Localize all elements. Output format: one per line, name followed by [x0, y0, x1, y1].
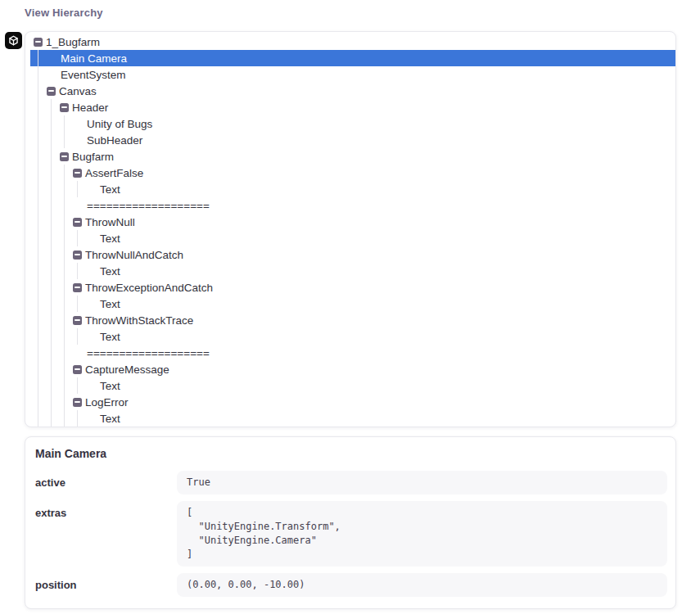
indent-guide	[60, 263, 73, 279]
indent-guide	[73, 296, 86, 312]
indent-guide	[34, 263, 47, 279]
tree-node-label: ThrowWithStackTrace	[85, 314, 193, 327]
indent-guide	[34, 197, 47, 214]
indent-guide	[47, 246, 60, 263]
indent-guide	[34, 377, 47, 394]
tree-node-row[interactable]: Text	[30, 377, 675, 394]
indent-guide	[34, 230, 47, 246]
indent-guide	[34, 181, 47, 197]
tree-node-row[interactable]: Bugfarm	[30, 148, 675, 165]
tree-node-row[interactable]: Text	[30, 296, 675, 312]
collapse-icon[interactable]	[73, 398, 82, 407]
tree-node-row[interactable]: Header	[30, 99, 675, 115]
collapse-icon[interactable]	[60, 103, 69, 112]
indent-guide	[60, 410, 73, 427]
indent-guide	[60, 214, 73, 230]
indent-guide	[47, 410, 60, 427]
indent-guide	[34, 165, 47, 181]
details-title: Main Camera	[34, 447, 667, 460]
tree-node-row[interactable]: ThrowNullAndCatch	[30, 246, 675, 263]
tree-node-label: Text	[100, 380, 120, 392]
indent-guide	[60, 197, 73, 214]
indent-guide	[47, 312, 60, 328]
indent-guide	[34, 394, 47, 410]
tree-node-row[interactable]: ThrowExceptionAndCatch	[30, 279, 675, 296]
indent-guide	[60, 394, 73, 410]
indent-guide	[34, 361, 47, 377]
tree-node-label: ThrowExceptionAndCatch	[85, 282, 213, 294]
indent-guide	[47, 394, 60, 410]
collapse-icon[interactable]	[34, 38, 43, 47]
indent-guide	[73, 230, 86, 246]
indent-guide	[47, 361, 60, 377]
tree-node-label: ===================	[87, 200, 210, 212]
indent-guide	[34, 214, 47, 230]
tree-node-label: Text	[100, 183, 120, 196]
tree-node-row[interactable]: Text	[30, 263, 675, 279]
property-value: True	[177, 471, 667, 494]
indent-guide	[34, 50, 47, 66]
property-key: position	[34, 573, 177, 591]
indent-guide	[73, 181, 86, 197]
page: View Hierarchy 1_Bugfarm Main Camera Eve…	[0, 0, 700, 614]
details-panel: Main Camera active True extras [ "UnityE…	[25, 436, 676, 609]
tree-node-label: SubHeader	[87, 134, 142, 147]
property-key: extras	[34, 501, 177, 519]
collapse-icon[interactable]	[73, 283, 82, 292]
tree-node-label: LogError	[85, 396, 129, 409]
tree-node-row[interactable]: Unity of Bugs	[30, 115, 675, 132]
tree-node-row[interactable]: SubHeader	[30, 132, 675, 148]
indent-guide	[60, 132, 73, 148]
indent-guide	[34, 246, 47, 263]
collapse-icon[interactable]	[60, 152, 69, 161]
tree-node-row[interactable]: Text	[30, 328, 675, 345]
indent-guide	[47, 296, 60, 312]
indent-guide	[34, 148, 47, 165]
property-row: active True	[34, 471, 667, 494]
tree-node-label: CaptureMessage	[85, 363, 169, 376]
tree-node-label: Header	[72, 102, 108, 114]
indent-guide	[60, 328, 73, 345]
indent-guide	[34, 328, 47, 345]
collapse-icon[interactable]	[73, 365, 82, 374]
tree-node-row[interactable]: ThrowWithStackTrace	[30, 312, 675, 328]
collapse-icon[interactable]	[73, 316, 82, 325]
tree-node-row[interactable]: Text	[30, 230, 675, 246]
tree-node-row[interactable]: Text	[30, 181, 675, 197]
indent-guide	[60, 279, 73, 296]
collapse-icon[interactable]	[73, 251, 82, 260]
tree-node-row[interactable]: ThrowNull	[30, 214, 675, 230]
tree-node-row[interactable]: ===================	[30, 197, 675, 214]
indent-guide	[73, 263, 86, 279]
collapse-icon[interactable]	[73, 218, 82, 227]
tree-node-row[interactable]: CaptureMessage	[30, 361, 675, 377]
tree-node-row[interactable]: Text	[30, 410, 675, 427]
tree-node-row[interactable]: LogError	[30, 394, 675, 410]
tree-node-row[interactable]: ===================	[30, 345, 675, 361]
collapse-icon[interactable]	[47, 87, 56, 96]
tree-node-label: Text	[100, 331, 120, 343]
indent-guide	[60, 246, 73, 263]
indent-guide	[47, 345, 60, 361]
tree-node-row[interactable]: Main Camera	[30, 50, 675, 66]
tree-node-label: 1_Bugfarm	[46, 36, 100, 48]
tree-node-row[interactable]: EventSystem	[30, 66, 675, 83]
tree-node-label: Main Camera	[61, 52, 127, 65]
tree-node-row[interactable]: AssertFalse	[30, 165, 675, 181]
indent-guide	[60, 115, 73, 132]
collapse-icon[interactable]	[73, 169, 82, 178]
property-value: [ "UnityEngine.Transform", "UnityEngine.…	[177, 501, 667, 567]
indent-guide	[47, 165, 60, 181]
indent-guide	[73, 377, 86, 394]
indent-guide	[47, 197, 60, 214]
tree-node-row[interactable]: 1_Bugfarm	[30, 34, 675, 50]
hierarchy-tree-panel: 1_Bugfarm Main Camera EventSystem Canvas…	[25, 31, 676, 427]
indent-guide	[34, 345, 47, 361]
indent-guide	[47, 132, 60, 148]
indent-guide	[60, 345, 73, 361]
tree-node-label: ThrowNullAndCatch	[85, 249, 183, 261]
indent-guide	[47, 328, 60, 345]
indent-guide	[47, 181, 60, 197]
tree-node-row[interactable]: Canvas	[30, 83, 675, 99]
indent-guide	[47, 214, 60, 230]
